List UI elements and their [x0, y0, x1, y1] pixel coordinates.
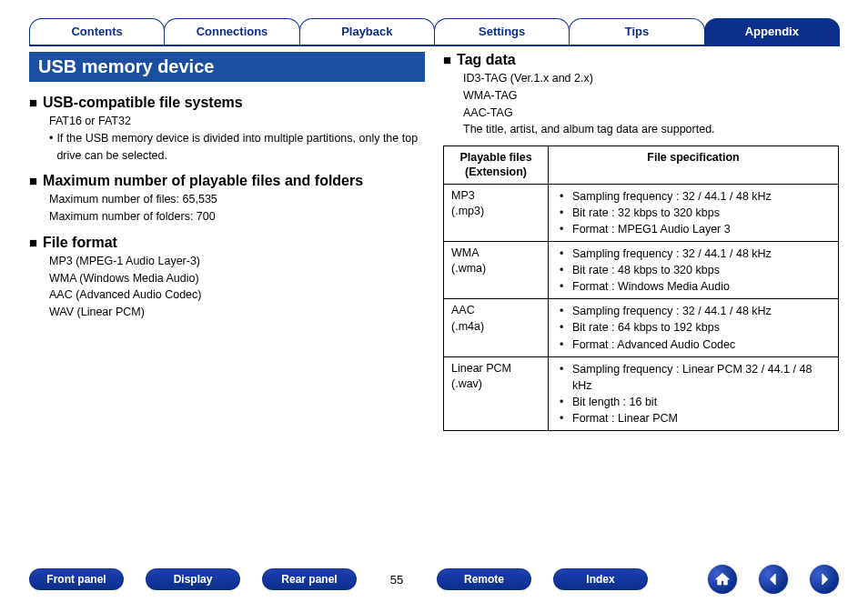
square-icon: ■ [29, 95, 37, 109]
body-text: The title, artist, and album tag data ar… [443, 121, 839, 138]
body-text: MP3 (MPEG-1 Audio Layer-3) [29, 253, 425, 270]
section-banner: USB memory device [29, 52, 425, 82]
heading-file-format: ■ File format [29, 235, 425, 251]
heading-max-files: ■ Maximum number of playable files and f… [29, 173, 425, 189]
body-text: ID3-TAG (Ver.1.x and 2.x) [443, 70, 839, 87]
body-text: AAC-TAG [443, 105, 839, 122]
body-text: FAT16 or FAT32 [29, 113, 425, 130]
square-icon: ■ [29, 174, 37, 187]
table-row: MP3(.mp3)Sampling frequency : 32 / 44.1 … [444, 184, 839, 241]
body-text: Maximum number of folders: 700 [29, 208, 425, 226]
heading-text: File format [43, 235, 117, 251]
heading-tag-data: ■ Tag data [443, 52, 839, 68]
cell-file-name: MP3(.mp3) [444, 184, 549, 241]
heading-usb-compatible: ■ USB-compatible file systems [29, 95, 425, 111]
body-text: WAV (Linear PCM) [29, 304, 425, 321]
tab-tips[interactable]: Tips [569, 18, 704, 46]
tab-appendix[interactable]: Appendix [704, 18, 840, 46]
cell-file-name: WMA(.wma) [444, 241, 549, 298]
bottom-nav: Front panel Display Rear panel 55 Remote… [0, 565, 868, 594]
top-tabs: ContentsConnectionsPlaybackSettingsTipsA… [29, 18, 839, 46]
tab-contents[interactable]: Contents [29, 18, 165, 46]
page-number: 55 [378, 573, 415, 587]
cell-file-name: Linear PCM(.wav) [444, 356, 549, 431]
heading-text: Tag data [457, 52, 516, 68]
home-icon[interactable] [708, 565, 737, 594]
next-page-icon[interactable] [810, 565, 839, 594]
table-header-playable: Playable files (Extension) [444, 146, 549, 185]
body-bullet: •If the USB memory device is divided int… [29, 130, 425, 165]
table-row: WMA(.wma)Sampling frequency : 32 / 44.1 … [444, 241, 839, 298]
table-row: Linear PCM(.wav)Sampling frequency : Lin… [444, 356, 839, 431]
table-row: AAC(.m4a)Sampling frequency : 32 / 44.1 … [444, 299, 839, 356]
remote-button[interactable]: Remote [437, 568, 531, 590]
index-button[interactable]: Index [553, 568, 648, 590]
cell-file-spec: Sampling frequency : 32 / 44.1 / 48 kHzB… [549, 299, 839, 356]
tab-settings[interactable]: Settings [434, 18, 570, 46]
display-button[interactable]: Display [146, 568, 240, 590]
cell-file-spec: Sampling frequency : 32 / 44.1 / 48 kHzB… [549, 184, 839, 241]
body-text: AAC (Advanced Audio Codec) [29, 286, 425, 304]
rear-panel-button[interactable]: Rear panel [262, 568, 357, 590]
cell-file-name: AAC(.m4a) [444, 299, 549, 356]
front-panel-button[interactable]: Front panel [29, 568, 124, 590]
heading-text: USB-compatible file systems [43, 95, 243, 111]
body-text: WMA (Windows Media Audio) [29, 270, 425, 287]
cell-file-spec: Sampling frequency : 32 / 44.1 / 48 kHzB… [549, 241, 839, 298]
body-text: WMA-TAG [443, 87, 839, 105]
tab-playback[interactable]: Playback [299, 18, 435, 46]
table-header-spec: File specification [549, 146, 839, 185]
prev-page-icon[interactable] [759, 565, 788, 594]
tab-connections[interactable]: Connections [164, 18, 299, 46]
file-spec-table: Playable files (Extension) File specific… [443, 145, 839, 431]
cell-file-spec: Sampling frequency : Linear PCM 32 / 44.… [549, 356, 839, 431]
heading-text: Maximum number of playable files and fol… [43, 173, 363, 189]
square-icon: ■ [29, 236, 37, 249]
body-text: Maximum number of files: 65,535 [29, 191, 425, 208]
square-icon: ■ [443, 53, 451, 66]
